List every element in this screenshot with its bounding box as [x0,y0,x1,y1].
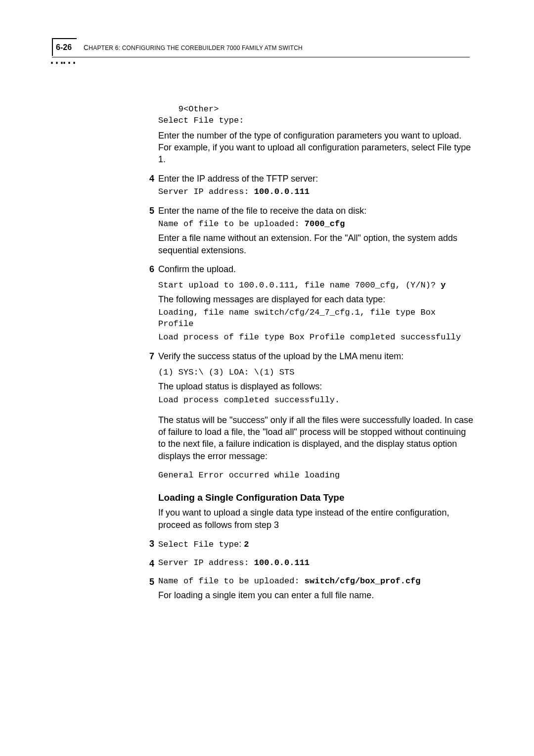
code-bold: y [441,281,445,290]
chapter-title: Chapter 6: Configuring the CoreBuilder 7… [84,44,303,51]
step-code-1: Start upload to 100.0.0.111, file name 7… [158,280,475,291]
code-prefix: Select File type [158,540,239,549]
step-4b: 4 Server IP address: 100.0.0.111 [158,558,475,569]
page-number: 6-26 [56,43,72,51]
step-code-2: Loading, file name switch/cfg/24_7_cfg.1… [158,307,475,330]
step-number: 3 [144,538,154,550]
step-code-3: Load process of file type Box Profile co… [158,332,475,343]
step-line: Select File type: 2 [158,538,475,551]
step-line: Name of file to be uploaded: switch/cfg/… [158,576,475,587]
step-text: Confirm the upload. [158,263,475,275]
page-header: 6-26 Chapter 6: Configuring the CoreBuil… [52,44,470,57]
code-prefix: Name of file to be uploaded: [158,219,305,229]
sub-paragraph: If you want to upload a single data type… [158,507,475,531]
code-bold: 100.0.0.111 [254,187,310,196]
code-bold: 2 [244,540,249,549]
step-code: Server IP address: 100.0.0.111 [158,187,475,198]
step-number: 5 [144,576,154,588]
step-number: 6 [144,263,154,275]
step-text: Enter the name of the file to receive th… [158,205,475,217]
code-prefix: Start upload to 100.0.0.111, file name 7… [158,281,441,290]
subheading: Loading a Single Configuration Data Type [158,491,475,504]
page-content: 9<Other> Select File type: Enter the num… [158,104,475,603]
step-3b: 3 Select File type: 2 [158,538,475,551]
code-prefix: Name of file to be uploaded: [158,576,305,586]
step-line: Server IP address: 100.0.0.111 [158,558,475,569]
step-mid-text: The following messages are displayed for… [158,293,475,305]
code-mid: : [239,539,244,549]
code-bold: 7000_cfg [305,219,345,229]
code-prefix: Server IP address: [158,187,254,196]
step-text: Enter the IP address of the TFTP server: [158,173,475,185]
step-5b: 5 Name of file to be uploaded: switch/cf… [158,576,475,601]
step-after-text: The status will be "success" only if all… [158,414,475,462]
step-after-text: Enter a file name without an extension. … [158,232,475,256]
code-prefix: Server IP address: [158,558,254,567]
step-number: 4 [144,558,154,569]
chapter-title-cap: C [84,44,89,51]
step-code-1: (1) SYS:\ (3) LOA: \(1) STS [158,367,475,378]
intro-code-text: 9<Other> Select File type: [158,104,475,127]
intro-code: 9<Other> Select File type: [158,104,475,127]
intro-paragraph: Enter the number of the type of configur… [158,130,475,166]
step-number: 5 [144,205,154,217]
decorative-dots-icon: ⋯⋯ [49,53,74,71]
step-number: 7 [144,350,154,362]
code-bold: switch/cfg/box_prof.cfg [305,576,421,586]
step-number: 4 [144,173,154,185]
code-bold: 100.0.0.111 [254,558,310,567]
step-6: 6 Confirm the upload. Start upload to 10… [158,263,475,343]
step-code: Name of file to be uploaded: 7000_cfg [158,219,475,230]
step-4: 4 Enter the IP address of the TFTP serve… [158,173,475,198]
chapter-title-tail: hapter 6: Configuring the CoreBuilder 70… [89,45,303,51]
step-after-text: For loading a single item you can enter … [158,589,475,601]
step-mid-text: The upload status is displayed as follow… [158,380,475,392]
step-5: 5 Enter the name of the file to receive … [158,205,475,256]
step-text: Verify the success status of the upload … [158,350,475,362]
step-code-3: General Error occurred while loading [158,470,475,481]
step-7: 7 Verify the success status of the uploa… [158,350,475,481]
step-code-2: Load process completed successfully. [158,395,475,406]
